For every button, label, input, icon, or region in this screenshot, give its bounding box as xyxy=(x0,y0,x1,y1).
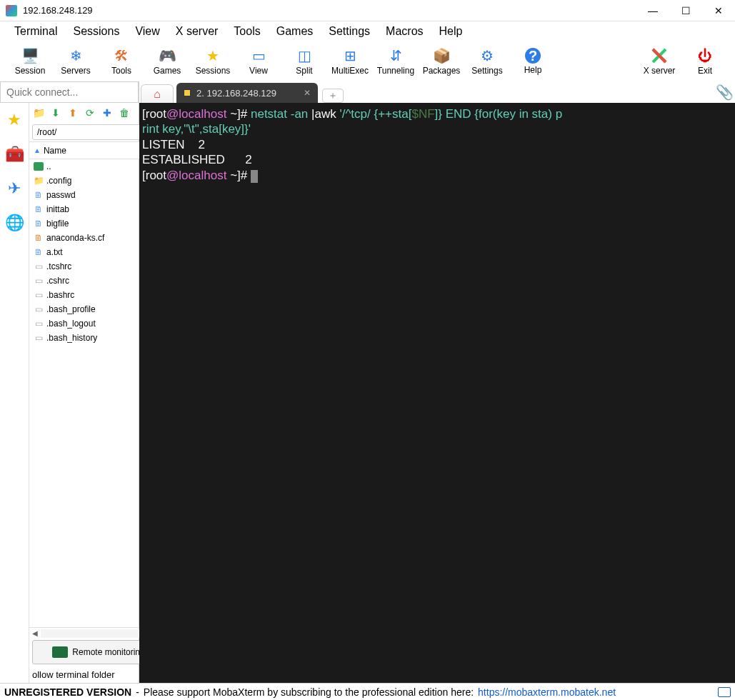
sftp-delete-icon[interactable]: 🗑 xyxy=(118,106,131,119)
file-name: .bash_logout xyxy=(46,319,96,329)
term-at: @ xyxy=(166,107,179,121)
tool-exit-label: Exit xyxy=(698,66,712,76)
title-bar: 192.168.248.129 — ☐ ✕ xyxy=(0,0,735,21)
file-name: .tcshrc xyxy=(46,261,71,271)
session-tab[interactable]: 2. 192.168.248.129 ✕ xyxy=(176,83,318,103)
menu-settings[interactable]: Settings xyxy=(321,22,377,41)
quick-connect-input[interactable] xyxy=(0,81,139,103)
tool-settings[interactable]: ⚙Settings xyxy=(464,43,510,80)
tool-settings-label: Settings xyxy=(471,66,502,76)
file-icon: ▭ xyxy=(34,333,44,343)
file-icon: 🗎 xyxy=(34,190,44,200)
file-name: passwd xyxy=(46,190,76,200)
file-icon: 🗎 xyxy=(34,247,44,257)
tool-servers-label: Servers xyxy=(61,66,90,76)
tool-session-label: Session xyxy=(15,66,46,76)
help-icon: ? xyxy=(525,48,541,64)
folder-up-icon xyxy=(34,162,44,171)
side-tabs: ★ 🧰 ✈ 🌐 xyxy=(0,103,29,683)
menu-view[interactable]: View xyxy=(128,22,166,41)
session-icon: 🖥️ xyxy=(21,47,39,64)
term-line2: rint key,"\t",sta[key]}' xyxy=(142,122,251,136)
left-panel: ★ 🧰 ✈ 🌐 📁 ⬇ ⬆ ⟳ ✚ 🗑 ✓ xyxy=(0,81,139,683)
footer-link[interactable]: https://mobaxterm.mobatek.net xyxy=(478,686,616,698)
term-awk2: ]} END {for(key in sta) p xyxy=(435,107,563,121)
menu-sessions[interactable]: Sessions xyxy=(66,22,126,41)
term-host2: localhost xyxy=(179,169,226,182)
tool-session[interactable]: 🖥️Session xyxy=(7,43,53,80)
attachment-icon[interactable]: 📎 xyxy=(714,81,735,103)
sftp-refresh-icon[interactable]: ⟳ xyxy=(84,106,96,119)
terminal-tab-icon xyxy=(184,89,191,96)
app-icon xyxy=(6,5,17,16)
file-name: .bashrc xyxy=(46,290,74,300)
new-tab-button[interactable]: ＋ xyxy=(322,89,344,103)
monitor-status-icon[interactable] xyxy=(718,687,731,697)
terminal-output[interactable]: [root@localhost ~]# netstat -an |awk '/^… xyxy=(139,103,735,683)
tab-macros-side[interactable]: ✈ xyxy=(0,174,29,203)
sftp-folder-icon[interactable]: 📁 xyxy=(32,106,45,119)
menu-help[interactable]: Help xyxy=(432,22,470,41)
tool-split[interactable]: ◫Split xyxy=(281,43,327,80)
term-user2: root xyxy=(146,169,166,182)
tool-xserver-label: X server xyxy=(644,66,676,76)
tab-favorites[interactable]: ★ xyxy=(0,106,29,134)
packages-icon: 📦 xyxy=(433,47,450,64)
settings-icon: ⚙ xyxy=(479,47,496,64)
window-title: 192.168.248.129 xyxy=(23,5,636,16)
sftp-newfolder-icon[interactable]: ✚ xyxy=(101,106,114,119)
minimize-button[interactable]: — xyxy=(636,0,669,21)
file-icon: 🗎 xyxy=(34,233,44,243)
tab-close-icon[interactable]: ✕ xyxy=(304,88,311,98)
close-button[interactable]: ✕ xyxy=(702,0,735,21)
tool-packages[interactable]: 📦Packages xyxy=(419,43,464,80)
tool-xserver[interactable]: X server xyxy=(636,43,682,80)
file-name: .cshrc xyxy=(46,276,69,286)
sftp-path-input[interactable] xyxy=(32,124,149,140)
term-arg: -an xyxy=(291,107,311,121)
tab-tools-side[interactable]: 🧰 xyxy=(0,140,29,169)
tool-view[interactable]: ▭View xyxy=(236,43,281,80)
split-icon: ◫ xyxy=(296,47,313,64)
left-body: ★ 🧰 ✈ 🌐 📁 ⬇ ⬆ ⟳ ✚ 🗑 ✓ xyxy=(0,103,139,683)
tab-sftp-side[interactable]: 🌐 xyxy=(0,209,29,237)
tool-sessions[interactable]: ★Sessions xyxy=(190,43,236,80)
status-bar: UNREGISTERED VERSION - Please support Mo… xyxy=(0,683,735,700)
file-name: .. xyxy=(46,161,51,171)
file-name: a.txt xyxy=(46,247,63,257)
tool-multiexec[interactable]: ⊞MultiExec xyxy=(327,43,373,80)
file-icon: ▭ xyxy=(34,276,44,286)
tool-games[interactable]: 🎮Games xyxy=(144,43,190,80)
home-tab[interactable]: ⌂ xyxy=(141,84,174,103)
tool-exit[interactable]: ⏻Exit xyxy=(682,43,728,80)
maximize-button[interactable]: ☐ xyxy=(669,0,702,21)
scroll-left-icon[interactable]: ◀ xyxy=(29,629,41,637)
file-icon: ▭ xyxy=(34,261,44,271)
menu-games[interactable]: Games xyxy=(269,22,321,41)
tool-help[interactable]: ?Help xyxy=(510,43,556,80)
tool-tunneling[interactable]: ⇵Tunneling xyxy=(373,43,419,80)
tool-servers[interactable]: ❄Servers xyxy=(53,43,99,80)
tool-sessions-label: Sessions xyxy=(196,66,231,76)
xserver-icon xyxy=(651,47,668,64)
tool-tunneling-label: Tunneling xyxy=(377,66,414,76)
menu-terminal[interactable]: Terminal xyxy=(7,22,64,41)
menu-xserver[interactable]: X server xyxy=(169,22,226,41)
home-icon: ⌂ xyxy=(154,88,161,101)
menu-macros[interactable]: Macros xyxy=(379,22,430,41)
sftp-download-icon[interactable]: ⬇ xyxy=(49,106,62,119)
footer-msg: Please support MobaXterm by subscribing … xyxy=(144,686,474,698)
view-icon: ▭ xyxy=(250,47,267,64)
term-line3: LISTEN 2 xyxy=(142,138,205,151)
file-name: anaconda-ks.cf xyxy=(46,233,104,243)
file-name: .bash_profile xyxy=(46,304,96,314)
file-icon: ▭ xyxy=(34,290,44,300)
menu-tools[interactable]: Tools xyxy=(226,22,267,41)
tab-bar: ⌂ 2. 192.168.248.129 ✕ ＋ 📎 xyxy=(139,81,735,103)
content-area: ★ 🧰 ✈ 🌐 📁 ⬇ ⬆ ⟳ ✚ 🗑 ✓ xyxy=(0,81,735,683)
sftp-upload-icon[interactable]: ⬆ xyxy=(66,106,79,119)
tool-tools[interactable]: 🛠Tools xyxy=(99,43,144,80)
file-icon: ▭ xyxy=(34,319,44,329)
main-area: ⌂ 2. 192.168.248.129 ✕ ＋ 📎 [root@localho… xyxy=(139,81,735,683)
main-toolbar: 🖥️Session ❄Servers 🛠Tools 🎮Games ★Sessio… xyxy=(0,41,735,81)
